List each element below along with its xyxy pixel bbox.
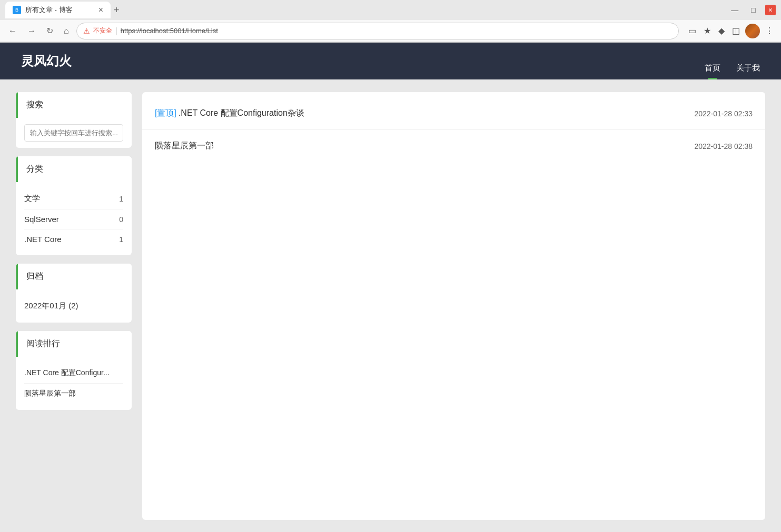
app-logo[interactable]: 灵风幻火 [21, 53, 705, 69]
category-name: 文学 [24, 194, 40, 204]
category-item-netcore[interactable]: .NET Core 1 [24, 229, 123, 249]
category-name: .NET Core [24, 235, 62, 244]
reading-item-netcore[interactable]: .NET Core 配置Configur... [24, 363, 123, 384]
not-secure-label: 不安全 [93, 26, 112, 35]
app-header: 灵风幻火 首页 关于我 [0, 43, 781, 79]
article-date-1: 2022-01-28 02:38 [694, 142, 753, 150]
tab-title: 所有文章 - 博客 [25, 5, 94, 15]
extensions-icon[interactable]: ◆ [716, 24, 727, 38]
profile-avatar[interactable] [745, 24, 760, 38]
category-widget-title: 分类 [16, 156, 132, 182]
search-widget-body [16, 118, 132, 148]
article-title-text: 陨落星辰第一部 [155, 141, 214, 150]
bookmark-icon[interactable]: ★ [701, 24, 713, 38]
browser-chrome: B 所有文章 - 博客 × + — □ × ← → ↻ ⌂ ⚠ 不安全 | ht… [0, 0, 781, 43]
category-count: 1 [119, 195, 123, 203]
security-warning-icon: ⚠ [83, 27, 90, 35]
menu-icon[interactable]: ⋮ [763, 24, 776, 38]
archive-widget-title: 归档 [16, 264, 132, 289]
app-nav: 首页 关于我 [705, 43, 760, 79]
minimize-button[interactable]: — [728, 5, 742, 15]
search-widget-title: 搜索 [16, 92, 132, 118]
cast-icon[interactable]: ▭ [686, 24, 698, 38]
search-input[interactable] [24, 124, 123, 142]
url-text: https://localhost:5001/Home/List [121, 27, 218, 35]
nav-item-about[interactable]: 关于我 [736, 63, 760, 79]
browser-tab[interactable]: B 所有文章 - 博客 × [5, 2, 111, 18]
article-title-1: 陨落星辰第一部 [155, 140, 214, 152]
nav-item-home[interactable]: 首页 [705, 63, 720, 79]
browser-titlebar: B 所有文章 - 博客 × + — □ × [0, 0, 781, 20]
url-separator: | [115, 26, 117, 36]
article-date-0: 2022-01-28 02:33 [694, 109, 753, 118]
search-widget: 搜索 [16, 92, 132, 148]
reading-list: .NET Core 配置Configur... 陨落星辰第一部 [16, 357, 132, 410]
article-title-0: [置顶].NET Core 配置Configuration杂谈 [155, 108, 304, 119]
home-button[interactable]: ⌂ [61, 24, 72, 38]
refresh-button[interactable]: ↻ [43, 24, 56, 38]
window-controls: — □ × [728, 5, 776, 15]
tab-favicon: B [13, 6, 21, 14]
browser-toolbar: ← → ↻ ⌂ ⚠ 不安全 | https://localhost:5001/H… [0, 20, 781, 42]
address-bar[interactable]: ⚠ 不安全 | https://localhost:5001/Home/List [76, 23, 679, 39]
archive-item-2022-01[interactable]: 2022年01月 (2) [24, 296, 123, 316]
category-item-sqlserver[interactable]: SqlServer 0 [24, 209, 123, 229]
article-list: [置顶].NET Core 配置Configuration杂谈 2022-01-… [142, 92, 765, 520]
category-widget: 分类 文学 1 SqlServer 0 .NET Core 1 [16, 156, 132, 255]
category-list: 文学 1 SqlServer 0 .NET Core 1 [16, 182, 132, 255]
reading-item-xingchen[interactable]: 陨落星辰第一部 [24, 384, 123, 404]
article-title-text: .NET Core 配置Configuration杂谈 [179, 108, 304, 117]
reading-rank-title: 阅读排行 [16, 331, 132, 357]
article-item-0[interactable]: [置顶].NET Core 配置Configuration杂谈 2022-01-… [142, 97, 765, 130]
sidebar: 搜索 分类 文学 1 SqlServer 0 .NET Core 1 [16, 92, 132, 520]
forward-button[interactable]: → [24, 24, 39, 38]
new-tab-button[interactable]: + [114, 5, 120, 16]
category-count: 1 [119, 235, 123, 244]
back-button[interactable]: ← [5, 24, 20, 38]
article-pinned-badge: [置顶] [155, 108, 176, 117]
sidebar-icon[interactable]: ◫ [730, 24, 742, 38]
tab-close-button[interactable]: × [98, 6, 103, 14]
category-count: 0 [119, 215, 123, 224]
main-content: 搜索 分类 文学 1 SqlServer 0 .NET Core 1 [0, 79, 781, 532]
category-item-wenxue[interactable]: 文学 1 [24, 188, 123, 209]
close-window-button[interactable]: × [765, 5, 776, 15]
reading-rank-widget: 阅读排行 .NET Core 配置Configur... 陨落星辰第一部 [16, 331, 132, 410]
maximize-button[interactable]: □ [748, 5, 758, 15]
toolbar-icons: ▭ ★ ◆ ◫ ⋮ [686, 24, 776, 38]
archive-widget: 归档 2022年01月 (2) [16, 264, 132, 323]
category-name: SqlServer [24, 215, 59, 224]
article-item-1[interactable]: 陨落星辰第一部 2022-01-28 02:38 [142, 130, 765, 162]
archive-list: 2022年01月 (2) [16, 289, 132, 323]
